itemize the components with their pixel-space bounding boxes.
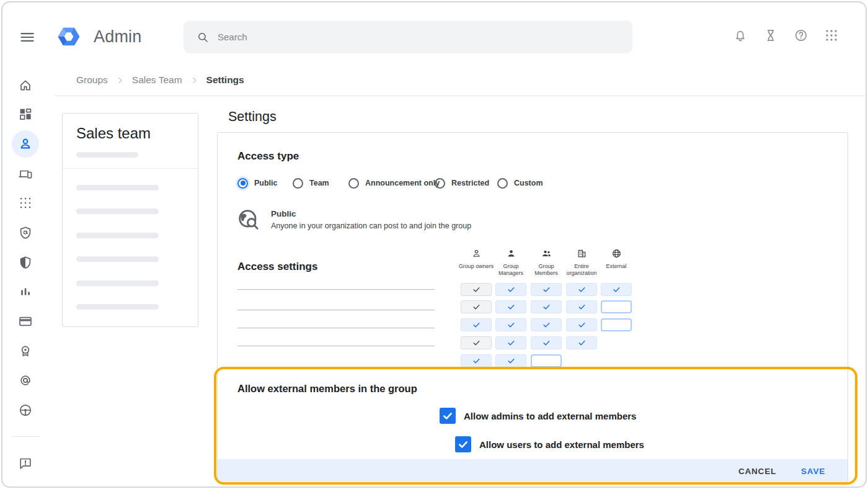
access-cell-r2-c1-checked-gray[interactable] <box>461 300 492 313</box>
access-cell-r3-c2-checked-blue[interactable] <box>495 318 526 331</box>
sidebar-item-feedback[interactable] <box>12 450 39 477</box>
setting-row-line <box>237 289 435 290</box>
sidebar-item-at-sign[interactable] <box>12 367 39 394</box>
search-input[interactable]: Search <box>184 20 632 53</box>
radio-circle-icon <box>237 178 248 189</box>
access-cell-r1-c2-checked-blue[interactable] <box>495 283 526 296</box>
breadcrumb-sales-team[interactable]: Sales Team <box>132 74 182 86</box>
access-cell-r2-c3-checked-blue[interactable] <box>531 300 562 313</box>
radio-circle-icon <box>435 178 445 189</box>
placeholder-line <box>76 233 159 238</box>
radio-option-restricted[interactable]: Restricted <box>435 177 489 189</box>
sidebar-item-badge[interactable] <box>12 338 39 365</box>
check-icon <box>577 285 587 294</box>
selected-access-info: Public Anyone in your organization can p… <box>236 207 471 232</box>
radio-option-announcement-only[interactable]: Announcement only <box>348 177 440 189</box>
access-cell-r1-c1-checked-gray[interactable] <box>461 283 492 296</box>
sidebar-item-shield-half[interactable] <box>12 249 39 276</box>
app-name: Admin <box>94 27 142 47</box>
check-icon <box>577 320 587 330</box>
radio-option-custom[interactable]: Custom <box>497 177 543 189</box>
access-cell-r2-c2-checked-blue[interactable] <box>495 300 526 313</box>
placeholder-line <box>76 280 159 286</box>
access-cell-r2-c4-checked-blue[interactable] <box>566 300 597 313</box>
checkbox-label: Allow admins to add external members <box>464 411 636 421</box>
access-cell-r1-c4-checked-blue[interactable] <box>566 283 597 296</box>
access-cell-r3-c5-empty[interactable] <box>601 318 632 331</box>
access-cell-r3-c4-checked-blue[interactable] <box>566 318 597 331</box>
sidebar-item-person[interactable] <box>12 130 39 158</box>
apps-dots-button[interactable] <box>819 23 844 48</box>
access-cell-r2-c5-empty[interactable] <box>601 300 632 313</box>
sidebar-item-home[interactable] <box>12 71 39 99</box>
action-bar: CANCEL SAVE <box>218 459 848 483</box>
column-label: Group owners <box>458 263 495 270</box>
dashboard-icon <box>18 107 33 122</box>
check-icon <box>612 285 621 294</box>
search-icon <box>196 30 210 44</box>
check-icon <box>472 285 481 294</box>
access-cell-r4-c1-checked-gray[interactable] <box>461 336 492 349</box>
access-cell-r4-c2-checked-blue[interactable] <box>495 336 526 349</box>
check-icon <box>542 320 551 330</box>
divider <box>63 168 198 169</box>
check-icon <box>507 285 516 294</box>
sidebar-item-credit-card[interactable] <box>12 308 39 335</box>
check-icon <box>507 320 516 330</box>
check-icon <box>577 338 587 348</box>
main-menu-button[interactable] <box>19 29 36 46</box>
sidebar-item-steering-wheel[interactable] <box>12 397 39 424</box>
checkbox-allow-users-to-add-external-members[interactable]: Allow users to add external members <box>455 436 644 452</box>
access-cell-r3-c3-checked-blue[interactable] <box>531 318 562 331</box>
column-label: External <box>598 263 635 270</box>
admin-console: Admin Search Groups Sales Team Settings … <box>0 0 868 489</box>
people-icon <box>541 248 552 259</box>
access-type-heading: Access type <box>237 150 299 163</box>
sidebar-item-apps-squares[interactable] <box>12 189 39 217</box>
public-globe-icon <box>236 207 261 232</box>
checkbox-allow-admins-to-add-external-members[interactable]: Allow admins to add external members <box>440 408 636 424</box>
column-label: Group Managers <box>492 263 529 276</box>
check-icon <box>472 338 481 348</box>
person-filled-icon <box>506 248 516 259</box>
column-header-group-owners: Group owners <box>458 248 495 270</box>
devices-icon <box>18 166 33 181</box>
hourglass-button[interactable] <box>758 23 783 48</box>
access-cell-r1-c3-checked-blue[interactable] <box>531 283 562 296</box>
hamburger-icon <box>19 38 36 48</box>
settings-card: Access type PublicTeamAnnouncement onlyR… <box>217 132 848 483</box>
check-icon <box>507 338 516 348</box>
divider <box>55 96 866 96</box>
column-header-entire-organization: Entire organization <box>563 248 600 276</box>
radio-option-public[interactable]: Public <box>237 177 278 189</box>
bell-button[interactable] <box>728 23 753 48</box>
help-button[interactable] <box>789 23 813 48</box>
access-cell-r4-c4-checked-blue[interactable] <box>566 336 597 349</box>
cancel-button[interactable]: CANCEL <box>738 467 776 476</box>
chevron-right-icon <box>115 76 125 85</box>
access-cell-r5-c1-checked-blue[interactable] <box>461 354 492 367</box>
credit-card-icon <box>18 314 33 329</box>
setting-row-line <box>237 346 435 346</box>
radio-label: Announcement only <box>365 179 440 187</box>
sidebar-item-devices[interactable] <box>12 160 39 187</box>
apps-dots-icon <box>824 28 839 43</box>
access-cell-r1-c5-checked-blue[interactable] <box>601 283 632 296</box>
check-icon <box>577 302 587 312</box>
page-title: Settings <box>228 109 277 125</box>
radio-option-team[interactable]: Team <box>293 177 329 189</box>
sidebar-item-shield-at[interactable] <box>12 219 39 246</box>
access-cell-r5-c2-checked-blue[interactable] <box>495 354 526 367</box>
placeholder-line <box>76 209 159 214</box>
steering-wheel-icon <box>18 403 33 418</box>
access-cell-r3-c1-checked-blue[interactable] <box>461 318 492 331</box>
sidebar-item-dashboard[interactable] <box>12 101 39 128</box>
breadcrumb-groups[interactable]: Groups <box>76 74 108 86</box>
sidebar-item-bar-chart[interactable] <box>12 278 39 305</box>
access-cell-r5-c3-empty[interactable] <box>531 354 562 367</box>
check-icon <box>472 356 481 366</box>
access-cell-r4-c3-checked-blue[interactable] <box>531 336 562 349</box>
admin-logo-icon <box>57 26 81 47</box>
save-button[interactable]: SAVE <box>801 467 825 476</box>
sidebar-divider <box>11 436 40 437</box>
